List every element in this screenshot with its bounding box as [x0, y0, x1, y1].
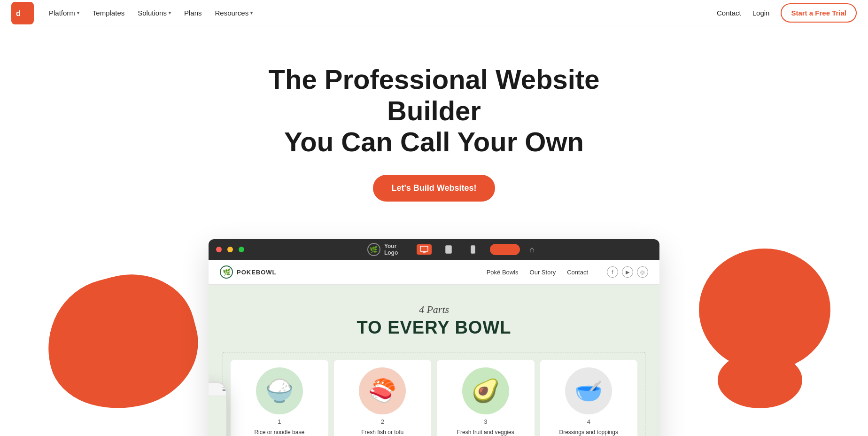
nav-templates[interactable]: Templates [93, 9, 124, 17]
bowl-image-4: 🥣 [565, 367, 612, 414]
home-icon[interactable]: ⌂ [529, 245, 535, 255]
svg-point-6 [448, 252, 449, 253]
chevron-down-icon: ▾ [169, 10, 171, 16]
bowl-image-2: 🍣 [359, 367, 406, 414]
bowl-label-2: Fresh fish or tofu [361, 429, 403, 436]
bowl-item-2: 🍣 2 Fresh fish or tofu [334, 360, 432, 436]
website-logo-text: POKEBOWL [237, 269, 277, 276]
browser-mockup: 🌿 YourLogo ⌂ 🌿 [209, 239, 659, 436]
decorative-blob-left [32, 259, 212, 425]
start-free-trial-button[interactable]: Start a Free Trial [781, 3, 857, 23]
nav-platform[interactable]: Platform ▾ [49, 9, 79, 17]
hero-cta-button[interactable]: Let's Build Websites! [373, 175, 496, 202]
chevron-down-icon: ▾ [250, 10, 253, 16]
nav-solutions[interactable]: Solutions ▾ [138, 9, 171, 17]
brand-logo[interactable]: d [11, 2, 34, 24]
bowl-item-1: 🍚 1 Rice or noodle base [231, 360, 328, 436]
nav-resources[interactable]: Resources ▾ [215, 9, 253, 17]
bowl-num-4: 4 [587, 418, 590, 425]
nav-right: Contact Login Start a Free Trial [717, 3, 857, 23]
browser-close-dot [216, 247, 222, 252]
nav-plans[interactable]: Plans [184, 9, 202, 17]
mockup-section: 🌿 YourLogo ⌂ 🌿 [0, 220, 868, 436]
bowl-label-1: Rice or noodle base [254, 429, 304, 436]
phone-top-bar: 🌿 POKEBOWL ☰ [209, 383, 226, 396]
bowl-main-title: TO EVERY BOWL [220, 318, 648, 338]
editor-logo-icon: 🌿 [367, 243, 380, 256]
tablet-view-button[interactable] [441, 244, 456, 255]
bowl-num-3: 3 [484, 418, 487, 425]
svg-rect-4 [420, 246, 428, 251]
bowl-item-4: 🥣 4 Dressings and toppings [540, 360, 638, 436]
website-logo-icon: 🌿 [220, 265, 233, 279]
editor-logo-label: YourLogo [384, 243, 398, 256]
browser-minimize-dot [227, 247, 233, 252]
decorative-blob-right-lower [718, 352, 802, 408]
website-logo: 🌿 POKEBOWL [220, 265, 277, 279]
bowl-label-3: Fresh fruit and veggies [457, 429, 514, 436]
facebook-icon[interactable]: f [607, 266, 618, 278]
login-link[interactable]: Login [752, 9, 770, 17]
publish-button[interactable] [490, 244, 520, 255]
phone-mockup: 🌿 POKEBOWL ☰ 🍚 1 Rice or noodle base 🍣 [209, 382, 227, 436]
desktop-view-button[interactable] [417, 244, 432, 255]
bowl-item-3: 🥑 3 Fresh fruit and veggies [437, 360, 535, 436]
bowl-label-4: Dressings and toppings [559, 429, 618, 436]
website-navbar: 🌿 POKEBOWL Poké Bowls Our Story Contact … [209, 260, 659, 285]
instagram-icon[interactable]: ◎ [637, 266, 648, 278]
bowl-num-2: 2 [381, 418, 384, 425]
mobile-view-button[interactable] [465, 244, 480, 255]
website-nav-story[interactable]: Our Story [530, 269, 556, 276]
editor-logo-area: 🌿 YourLogo [367, 243, 398, 256]
website-nav-links: Poké Bowls Our Story Contact [487, 269, 588, 276]
bowl-num-1: 1 [278, 418, 281, 425]
browser-titlebar: 🌿 YourLogo ⌂ [209, 239, 659, 260]
svg-point-8 [473, 252, 473, 253]
contact-link[interactable]: Contact [717, 9, 741, 17]
bowl-items-grid: 🍚 1 Rice or noodle base 🍣 2 Fresh fish o… [223, 352, 645, 436]
nav-links: Platform ▾ Templates Solutions ▾ Plans R… [49, 9, 717, 17]
website-nav-poke[interactable]: Poké Bowls [487, 269, 519, 276]
hero-section: The Professional Website Builder You Can… [0, 26, 868, 220]
browser-maximize-dot [239, 247, 244, 252]
phone-menu-icon: ☰ [222, 387, 226, 392]
website-nav-contact[interactable]: Contact [567, 269, 588, 276]
bowl-image-1: 🍚 [256, 367, 303, 414]
hero-heading: The Professional Website Builder You Can… [246, 64, 622, 158]
bowl-image-3: 🥑 [462, 367, 509, 414]
website-social-icons: f ▶ ◎ [607, 266, 648, 278]
navbar: d Platform ▾ Templates Solutions ▾ Plans… [0, 0, 868, 26]
chevron-down-icon: ▾ [77, 10, 79, 16]
svg-text:d: d [16, 9, 20, 17]
website-content: 4 Parts TO EVERY BOWL 🍚 1 Rice or noodle… [209, 285, 659, 436]
browser-toolbar: 🌿 YourLogo ⌂ [250, 243, 652, 256]
phone-content: 🍚 1 Rice or noodle base 🍣 [209, 396, 226, 436]
bowl-script-title: 4 Parts [220, 304, 648, 316]
youtube-icon[interactable]: ▶ [622, 266, 633, 278]
